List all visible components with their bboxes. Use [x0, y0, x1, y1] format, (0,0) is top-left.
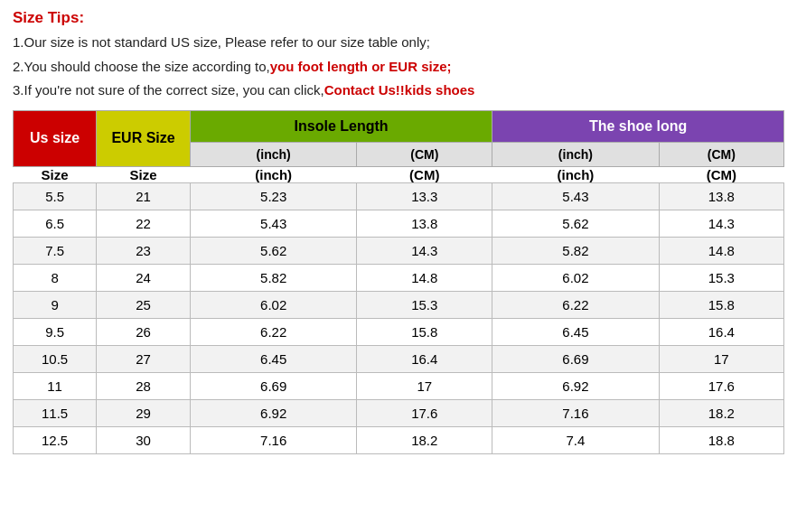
table-cell: 14.8	[659, 237, 783, 264]
table-row: 6.5225.4313.85.6214.3	[14, 210, 784, 237]
table-cell: 18.2	[357, 426, 492, 453]
header-shoe-inch: (inch)	[492, 142, 659, 166]
tip-line-1: 1.Our size is not standard US size, Plea…	[13, 33, 784, 53]
size-tips-title: Size Tips:	[13, 9, 784, 27]
table-row: 11286.69176.9217.6	[14, 372, 784, 399]
subheader-shoe-inch: (inch)	[492, 166, 659, 182]
table-cell: 6.92	[190, 399, 356, 426]
table-cell: 13.3	[357, 182, 492, 210]
table-cell: 14.8	[357, 264, 492, 291]
table-row: 5.5215.2313.35.4313.8	[14, 182, 784, 210]
table-cell: 9.5	[14, 318, 97, 345]
table-cell: 6.02	[492, 264, 659, 291]
table-cell: 5.62	[492, 210, 659, 237]
table-cell: 24	[97, 264, 191, 291]
table-cell: 12.5	[14, 426, 97, 453]
table-cell: 11	[14, 372, 97, 399]
table-cell: 11.5	[14, 399, 97, 426]
header-us-size: Us size	[14, 110, 97, 166]
table-cell: 15.8	[357, 318, 492, 345]
header-eur-size: EUR Size	[97, 110, 191, 166]
subheader-insole-inch: (inch)	[190, 166, 356, 182]
table-cell: 18.8	[659, 426, 783, 453]
table-cell: 5.62	[190, 237, 356, 264]
table-cell: 21	[97, 182, 191, 210]
table-cell: 28	[97, 372, 191, 399]
table-cell: 15.8	[659, 291, 783, 318]
size-table: Us size EUR Size Insole Length The shoe …	[13, 110, 784, 454]
table-cell: 6.22	[190, 318, 356, 345]
table-cell: 26	[97, 318, 191, 345]
header-insole-cm: (CM)	[357, 142, 492, 166]
header-insole-length: Insole Length	[190, 110, 492, 142]
subheader-us-size: Size	[14, 166, 97, 182]
table-row: 8245.8214.86.0215.3	[14, 264, 784, 291]
table-cell: 5.43	[190, 210, 356, 237]
tip-3-red[interactable]: Contact Us!!kids shoes	[324, 82, 475, 98]
table-cell: 6.5	[14, 210, 97, 237]
table-cell: 6.02	[190, 291, 356, 318]
header-shoe-long: The shoe long	[492, 110, 784, 142]
subheader-shoe-cm: (CM)	[659, 166, 783, 182]
header-shoe-cm: (CM)	[659, 142, 783, 166]
table-cell: 5.23	[190, 182, 356, 210]
table-row: 7.5235.6214.35.8214.8	[14, 237, 784, 264]
subheader-eur-size: Size	[97, 166, 191, 182]
table-cell: 13.8	[659, 182, 783, 210]
table-cell: 5.5	[14, 182, 97, 210]
table-cell: 16.4	[659, 318, 783, 345]
table-cell: 29	[97, 399, 191, 426]
table-cell: 7.4	[492, 426, 659, 453]
table-cell: 6.22	[492, 291, 659, 318]
table-cell: 18.2	[659, 399, 783, 426]
table-cell: 17.6	[659, 372, 783, 399]
header-insole-inch: (inch)	[190, 142, 356, 166]
table-cell: 6.45	[492, 318, 659, 345]
table-cell: 25	[97, 291, 191, 318]
tip-line-2: 2.You should choose the size according t…	[13, 57, 784, 78]
table-row: 9.5266.2215.86.4516.4	[14, 318, 784, 345]
tip-2-red: you foot length or EUR size;	[270, 59, 452, 74]
table-cell: 30	[97, 426, 191, 453]
table-cell: 23	[97, 237, 191, 264]
table-cell: 5.43	[492, 182, 659, 210]
table-cell: 17	[659, 345, 783, 372]
tip-2-before: 2.You should choose the size according t…	[13, 59, 270, 74]
table-cell: 22	[97, 210, 191, 237]
table-cell: 8	[14, 264, 97, 291]
table-cell: 10.5	[14, 345, 97, 372]
subheader-insole-cm: (CM)	[357, 166, 492, 182]
table-row: 12.5307.1618.27.418.8	[14, 426, 784, 453]
table-cell: 9	[14, 291, 97, 318]
tip-3-before: 3.If you're not sure of the correct size…	[13, 82, 324, 98]
table-row: 11.5296.9217.67.1618.2	[14, 399, 784, 426]
tip-line-3: 3.If you're not sure of the correct size…	[13, 80, 784, 101]
table-cell: 13.8	[357, 210, 492, 237]
table-cell: 17	[357, 372, 492, 399]
table-row: 9256.0215.36.2215.8	[14, 291, 784, 318]
table-cell: 6.92	[492, 372, 659, 399]
table-cell: 16.4	[357, 345, 492, 372]
table-row: 10.5276.4516.46.6917	[14, 345, 784, 372]
table-cell: 14.3	[357, 237, 492, 264]
table-cell: 6.69	[190, 372, 356, 399]
table-cell: 14.3	[659, 210, 783, 237]
table-cell: 5.82	[492, 237, 659, 264]
table-cell: 6.45	[190, 345, 356, 372]
table-cell: 15.3	[357, 291, 492, 318]
table-cell: 7.16	[492, 399, 659, 426]
table-cell: 15.3	[659, 264, 783, 291]
table-cell: 7.5	[14, 237, 97, 264]
table-cell: 7.16	[190, 426, 356, 453]
tip-1-text: 1.Our size is not standard US size, Plea…	[13, 34, 430, 50]
table-cell: 6.69	[492, 345, 659, 372]
table-cell: 5.82	[190, 264, 356, 291]
table-cell: 17.6	[357, 399, 492, 426]
table-cell: 27	[97, 345, 191, 372]
